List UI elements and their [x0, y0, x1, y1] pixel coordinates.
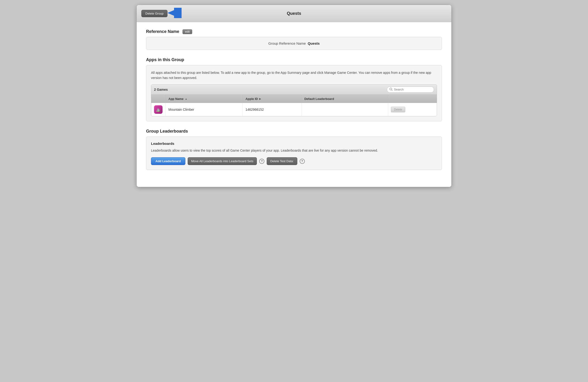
delete-app-button[interactable]: Delete — [391, 107, 405, 112]
app-icon-emoji: ⛰️ — [156, 107, 161, 112]
delete-test-data-help-icon[interactable]: ? — [300, 159, 305, 164]
apps-table-container: 2 Games — [151, 84, 437, 116]
delete-cell: Delete — [388, 103, 437, 116]
svg-line-2 — [392, 90, 393, 91]
blue-arrow-icon — [168, 8, 182, 19]
th-actions — [388, 95, 437, 103]
leaderboards-section: Group Leaderboards Leaderboards Leaderbo… — [146, 129, 442, 170]
th-apple-id[interactable]: Apple ID ▶ — [243, 95, 301, 103]
page-title: Quests — [287, 11, 301, 16]
edit-reference-name-button[interactable]: edit — [183, 29, 192, 34]
group-reference-label: Group Reference Name — [268, 41, 306, 45]
reference-name-section: Reference Name edit Group Reference Name… — [146, 29, 442, 50]
move-leaderboards-button[interactable]: Move All Leaderboards into Leaderboard S… — [188, 157, 257, 165]
search-icon — [390, 88, 393, 91]
titlebar: Delete Group Quests — [137, 5, 451, 22]
main-content: Reference Name edit Group Reference Name… — [137, 22, 451, 187]
sort-arrow-icon: ▲ — [185, 98, 187, 100]
delete-test-data-button[interactable]: Delete Test Data: — [267, 157, 297, 165]
reference-name-header: Reference Name edit — [146, 29, 442, 34]
th-default-leaderboard: Default Leaderboard — [301, 95, 388, 103]
table-row: ⛰️ Mountain Climber 1462966152 Delete — [151, 103, 437, 116]
apps-section: Apps in this Group All apps attached to … — [146, 57, 442, 121]
search-box[interactable] — [387, 86, 434, 93]
apps-section-header: Apps in this Group — [146, 57, 442, 62]
apple-id-sort-icon: ▶ — [259, 98, 261, 100]
delete-group-button[interactable]: Delete Group — [141, 10, 168, 17]
leaderboards-section-title: Group Leaderboards — [146, 129, 188, 134]
leaderboards-section-header: Group Leaderboards — [146, 129, 442, 134]
games-count-label: 2 Games — [154, 88, 168, 91]
svg-marker-0 — [168, 8, 182, 18]
search-input[interactable] — [394, 88, 431, 91]
svg-point-1 — [390, 88, 392, 90]
main-window: Delete Group Quests Reference Name edit … — [136, 5, 452, 187]
table-toolbar: 2 Games — [151, 85, 437, 95]
leaderboards-box-title: Leaderboards — [151, 141, 437, 145]
apps-section-title: Apps in this Group — [146, 57, 184, 62]
reference-name-title: Reference Name — [146, 29, 179, 34]
reference-name-box: Group Reference Name Quests — [146, 37, 442, 50]
table-header-row: App Name ▲ Apple ID ▶ — [151, 95, 437, 103]
leaderboards-box: Leaderboards Leaderboards allow users to… — [146, 137, 442, 170]
app-name-cell: Mountain Climber — [166, 103, 243, 116]
apple-id-cell: 1462966152 — [243, 103, 301, 116]
apps-description-text: All apps attached to this group are list… — [151, 70, 437, 81]
app-icon-cell: ⛰️ — [151, 103, 166, 116]
app-icon: ⛰️ — [154, 105, 163, 114]
leaderboards-actions: Add Leaderboard Move All Leaderboards in… — [151, 157, 437, 165]
apps-description-box: All apps attached to this group are list… — [146, 65, 442, 121]
th-app-name[interactable]: App Name ▲ — [166, 95, 243, 103]
leaderboards-description: Leaderboards allow users to view the top… — [151, 148, 437, 153]
add-leaderboard-button[interactable]: Add Leaderboard — [151, 157, 185, 165]
move-leaderboards-help-icon[interactable]: ? — [259, 159, 264, 164]
default-leaderboard-cell — [301, 103, 388, 116]
apps-table: App Name ▲ Apple ID ▶ — [151, 95, 437, 116]
group-reference-value: Quests — [308, 41, 320, 45]
th-icon — [151, 95, 166, 103]
